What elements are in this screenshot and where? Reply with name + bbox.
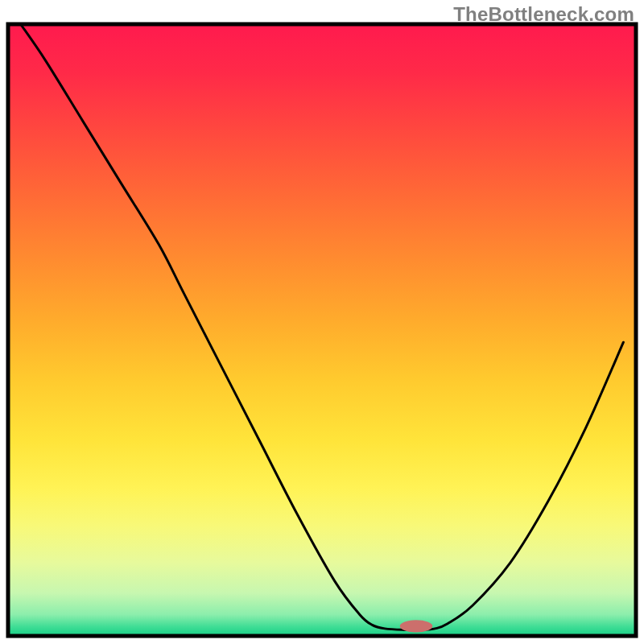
watermark-text: TheBottleneck.com: [453, 3, 634, 26]
bottleneck-chart: TheBottleneck.com: [0, 0, 644, 644]
plot-svg: [0, 0, 644, 644]
optimal-point-marker: [400, 620, 433, 632]
gradient-plot-area: [8, 24, 636, 636]
